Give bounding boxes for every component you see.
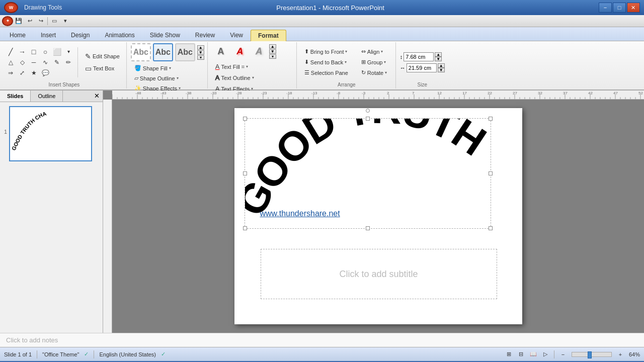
text-fill-button[interactable]: A Text Fill = ▾: [212, 61, 276, 72]
curve-tool[interactable]: ∿: [40, 57, 51, 67]
tab-format[interactable]: Format: [251, 30, 286, 41]
width-up[interactable]: ▲: [438, 63, 445, 68]
tab-design[interactable]: Design: [63, 29, 97, 41]
handle-tr[interactable]: [489, 117, 493, 121]
shape-styles-column: Abc Abc Abc ▲ ▼ ▾ 🪣 Shape Fill ▾: [131, 43, 204, 93]
wordart-textbox[interactable]: GOOD TRUTH CHA www.thundershare.net: [245, 118, 491, 229]
line-tool[interactable]: ╱: [5, 47, 16, 57]
handle-bm[interactable]: [366, 226, 370, 230]
slide-thumbnail[interactable]: GOOD TRUTH CHA: [9, 106, 92, 161]
shape-style-1[interactable]: Abc: [131, 43, 151, 61]
redo-qat-button[interactable]: ↪: [35, 16, 46, 26]
line2-tool[interactable]: ─: [28, 57, 39, 67]
shape-fill-arrow[interactable]: ▾: [169, 66, 171, 70]
freeform-tool[interactable]: ✎: [51, 57, 62, 67]
text-box-button[interactable]: ▭ Text Box: [82, 63, 123, 74]
wordart-style-1[interactable]: A: [212, 43, 230, 59]
group-button[interactable]: ⊞ Group ▾: [358, 57, 390, 67]
rrect-tool[interactable]: ⬜: [51, 47, 62, 57]
close-button[interactable]: ✕: [627, 3, 640, 13]
handle-ml[interactable]: [243, 171, 247, 175]
tab-review[interactable]: Review: [188, 29, 222, 41]
status-sep1: [37, 350, 37, 358]
handle-br[interactable]: [489, 226, 493, 230]
slides-tab[interactable]: Slides: [0, 90, 31, 102]
handle-mr[interactable]: [489, 171, 493, 175]
handle-bl[interactable]: [243, 226, 247, 230]
diamond-tool[interactable]: ◇: [17, 57, 28, 67]
slide-sorter-btn[interactable]: ⊟: [516, 349, 527, 359]
star-tool[interactable]: ★: [28, 68, 39, 78]
tab-view[interactable]: View: [222, 29, 251, 41]
styles-up[interactable]: ▲: [197, 45, 204, 50]
tab-home[interactable]: Home: [2, 29, 33, 41]
minimize-button[interactable]: −: [599, 3, 612, 13]
qat-dropdown[interactable]: ▾: [60, 16, 71, 26]
rotation-handle[interactable]: [366, 109, 370, 113]
text-fill-arrow[interactable]: ▾: [246, 64, 248, 69]
zoom-thumb[interactable]: [588, 351, 592, 358]
selection-pane-button[interactable]: ☰ Selection Pane: [301, 68, 352, 77]
shape-style-3[interactable]: Abc: [175, 43, 195, 61]
outline-tab[interactable]: Outline: [31, 90, 63, 102]
callout-tool[interactable]: 💬: [40, 68, 51, 78]
panel-close-button[interactable]: ✕: [91, 90, 103, 102]
arrow2-tool[interactable]: ⇒: [5, 68, 16, 78]
oval-tool[interactable]: ○: [40, 47, 51, 57]
width-down[interactable]: ▼: [438, 68, 445, 72]
shapes-more[interactable]: ▾: [63, 47, 74, 57]
shape-outline-button[interactable]: ▱ Shape Outline ▾: [131, 73, 204, 83]
tab-insert[interactable]: Insert: [33, 29, 63, 41]
width-input[interactable]: [407, 63, 437, 72]
rect-tool[interactable]: □: [28, 47, 39, 57]
align-arrow[interactable]: ▾: [381, 49, 383, 54]
send-back-arrow[interactable]: ▾: [345, 60, 347, 64]
height-up[interactable]: ▲: [435, 52, 442, 57]
wordart-down[interactable]: ▼: [269, 49, 276, 54]
triangle-tool[interactable]: △: [5, 57, 16, 67]
zoom-slider[interactable]: [572, 352, 612, 357]
send-back-button[interactable]: ⬇ Send to Back ▾: [301, 57, 352, 67]
reading-view-btn[interactable]: 📖: [528, 349, 539, 359]
styles-more[interactable]: ▾: [197, 55, 204, 60]
maximize-button[interactable]: □: [613, 3, 626, 13]
normal-view-btn[interactable]: ⊞: [504, 349, 515, 359]
tab-animations[interactable]: Animations: [97, 29, 142, 41]
align-button[interactable]: ⇔ Align ▾: [358, 47, 390, 56]
edit-shape-button[interactable]: ✎ Edit Shape: [82, 51, 123, 62]
height-down[interactable]: ▼: [435, 57, 442, 61]
height-input[interactable]: [404, 52, 434, 61]
bring-front-arrow[interactable]: ▾: [345, 49, 347, 54]
shape-style-2[interactable]: Abc: [153, 43, 173, 61]
handle-tm[interactable]: [366, 117, 370, 121]
new-qat-button[interactable]: ▭: [49, 16, 60, 26]
office-button[interactable]: W: [4, 2, 18, 13]
undo-qat-button[interactable]: ↩: [24, 16, 35, 26]
group-arrow[interactable]: ▾: [384, 60, 386, 64]
handle-tl[interactable]: [243, 117, 247, 121]
save-qat-button[interactable]: 💾: [13, 16, 24, 26]
tab-slideshow[interactable]: Slide Show: [142, 29, 188, 41]
zoom-out-btn[interactable]: −: [557, 349, 569, 359]
rotate-arrow[interactable]: ▾: [385, 70, 387, 75]
wordart-more[interactable]: ▾: [269, 54, 276, 59]
shape-fill-button[interactable]: 🪣 Shape Fill ▾: [131, 63, 204, 73]
wordart-style-2[interactable]: A: [231, 43, 249, 59]
slideshow-btn[interactable]: ▷: [540, 349, 551, 359]
connector-tool[interactable]: ⤢: [17, 68, 28, 78]
subtitle-placeholder[interactable]: Click to add subtitle: [261, 249, 497, 299]
shape-effects-arrow[interactable]: ▾: [179, 86, 181, 90]
zoom-in-btn[interactable]: +: [615, 349, 626, 359]
wordart-up[interactable]: ▲: [269, 44, 276, 49]
text-outline-arrow[interactable]: ▾: [252, 75, 254, 80]
wordart-style-3[interactable]: A: [250, 43, 268, 59]
notes-bar[interactable]: Click to add notes: [0, 333, 644, 347]
scribble-tool[interactable]: ✏: [63, 57, 74, 67]
rotate-button[interactable]: ↻ Rotate ▾: [358, 68, 390, 77]
text-outline-button[interactable]: A Text Outline ▾: [212, 72, 276, 83]
styles-down[interactable]: ▼: [197, 50, 204, 55]
office-menu-button[interactable]: ✦: [2, 16, 13, 26]
shape-outline-arrow[interactable]: ▾: [177, 76, 179, 80]
arrow-tool[interactable]: →: [17, 47, 28, 57]
bring-front-button[interactable]: ⬆ Bring to Front ▾: [301, 47, 352, 56]
